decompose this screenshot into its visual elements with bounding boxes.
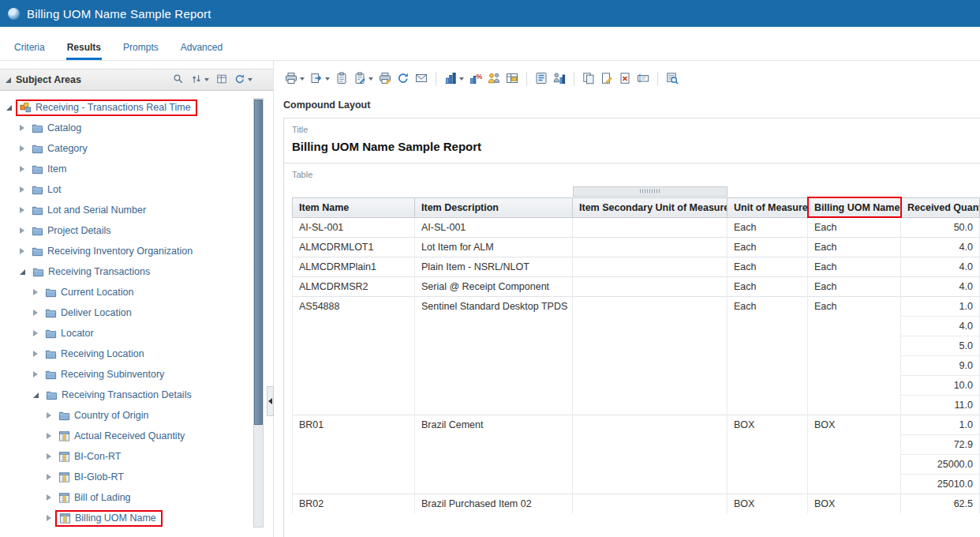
tree-item-label: BI-Glob-RT bbox=[74, 471, 124, 483]
expand-arrow-icon[interactable] bbox=[20, 248, 24, 254]
collapse-arrow-icon[interactable] bbox=[33, 392, 39, 398]
tree-item-label: Actual Received Quantity bbox=[74, 430, 185, 441]
column-header-billing-uom-name[interactable]: Billing UOM Name bbox=[808, 197, 901, 217]
tree-item-lot[interactable]: Lot bbox=[0, 179, 273, 200]
refresh-icon bbox=[397, 72, 410, 87]
column-drag-handle[interactable] bbox=[573, 186, 728, 197]
new-calculated-measure-button[interactable]: % bbox=[468, 70, 484, 88]
schedule-button[interactable] bbox=[334, 70, 350, 88]
tree-item-receiving-transactions[interactable]: Receiving Transactions bbox=[0, 261, 273, 282]
tree-item-bi-con-rt[interactable]: BI-Con-RT bbox=[0, 446, 273, 467]
rename-view-button[interactable] bbox=[635, 70, 651, 88]
column-header-item-name[interactable]: Item Name bbox=[293, 197, 415, 217]
expand-arrow-icon[interactable] bbox=[20, 145, 24, 152]
tab-criteria[interactable]: Criteria bbox=[13, 42, 46, 60]
expand-arrow-icon[interactable] bbox=[33, 351, 38, 357]
tree-item-bill-of-lading[interactable]: Bill of Lading bbox=[0, 487, 273, 508]
dropdown-arrow-icon[interactable] bbox=[204, 78, 209, 81]
panel-collapse-handle[interactable] bbox=[267, 386, 274, 416]
tree-item-receiving-transaction-details[interactable]: Receiving Transaction Details bbox=[0, 385, 273, 405]
import-formatting-button[interactable] bbox=[352, 70, 375, 88]
expand-arrow-icon[interactable] bbox=[20, 227, 24, 234]
duplicate-view-button[interactable] bbox=[581, 70, 597, 88]
tree-item-receiving-subinventory[interactable]: Receiving Subinventory bbox=[0, 364, 273, 385]
export-button[interactable] bbox=[309, 70, 331, 88]
cell-item-secondary-unit-of-measure bbox=[573, 276, 728, 296]
dropdown-arrow-icon[interactable] bbox=[248, 78, 252, 81]
sort-button[interactable] bbox=[189, 72, 211, 88]
tree-item-receiving-inventory-organization[interactable]: Receiving Inventory Organization bbox=[0, 241, 273, 261]
tree-item-lot-and-serial-number[interactable]: Lot and Serial Number bbox=[0, 200, 273, 220]
tree-item-current-location[interactable]: Current Location bbox=[0, 282, 273, 302]
print-button[interactable] bbox=[283, 70, 306, 88]
expand-arrow-icon[interactable] bbox=[33, 310, 38, 316]
tab-advanced[interactable]: Advanced bbox=[180, 42, 223, 60]
new-view-button[interactable] bbox=[443, 70, 466, 88]
cell-received-quantity: 4.0 bbox=[901, 276, 980, 296]
expand-arrow-icon[interactable] bbox=[33, 371, 38, 377]
tree-scrollbar[interactable] bbox=[253, 98, 264, 528]
refresh-button[interactable] bbox=[233, 72, 254, 88]
email-button[interactable] bbox=[413, 70, 429, 88]
column-header-received-quantity[interactable]: Received Quantity bbox=[901, 197, 980, 217]
expand-arrow-icon[interactable] bbox=[33, 330, 38, 336]
collapse-arrow-icon[interactable] bbox=[20, 269, 25, 275]
results-area: % Compound Layout Title Billing UOM Name… bbox=[274, 61, 980, 537]
dropdown-arrow-icon[interactable] bbox=[368, 77, 373, 81]
toolbar-separator bbox=[657, 72, 658, 86]
expand-arrow-icon[interactable] bbox=[47, 453, 51, 460]
cell-item-description bbox=[415, 316, 573, 336]
tree-item-catalog[interactable]: Catalog bbox=[0, 118, 273, 138]
new-calculated-item-button[interactable] bbox=[504, 70, 520, 88]
tab-prompts[interactable]: Prompts bbox=[122, 42, 159, 60]
column-header-item-description[interactable]: Item Description bbox=[415, 197, 573, 217]
tree-item-receiving-transactions-real-time[interactable]: Receiving - Transactions Real Time bbox=[0, 97, 273, 118]
tree-item-country-of-origin[interactable]: Country of Origin bbox=[0, 405, 273, 426]
tree-item-bi-glob-rt[interactable]: BI-Glob-RT bbox=[0, 467, 273, 487]
expand-arrow-icon[interactable] bbox=[20, 125, 24, 131]
dropdown-arrow-icon[interactable] bbox=[325, 77, 330, 81]
email-icon bbox=[415, 72, 428, 87]
collapse-arrow-icon[interactable] bbox=[6, 105, 12, 111]
cell-unit-of-measure: Each bbox=[728, 257, 808, 276]
expand-arrow-icon[interactable] bbox=[47, 433, 51, 439]
tree-item-project-details[interactable]: Project Details bbox=[0, 220, 273, 241]
expand-arrow-icon[interactable] bbox=[20, 207, 24, 213]
tree-item-label: Country of Origin bbox=[74, 410, 148, 421]
expand-arrow-icon[interactable] bbox=[47, 474, 51, 480]
sort-icon bbox=[191, 73, 202, 87]
search-button[interactable] bbox=[171, 72, 185, 88]
tree-item-actual-received-quantity[interactable]: Actual Received Quantity bbox=[0, 426, 273, 446]
cell-item-description: AI-SL-001 bbox=[415, 217, 573, 237]
column-header-unit-of-measure[interactable]: Unit of Measure bbox=[728, 197, 808, 217]
expand-arrow-icon[interactable] bbox=[20, 186, 24, 193]
print-options-button[interactable] bbox=[377, 70, 393, 88]
refresh-button[interactable] bbox=[395, 70, 411, 88]
preview-button[interactable] bbox=[664, 70, 680, 88]
tree-item-billing-uom-name[interactable]: Billing UOM Name bbox=[0, 508, 273, 528]
selection-steps-button[interactable] bbox=[552, 70, 567, 88]
dropdown-arrow-icon[interactable] bbox=[300, 77, 305, 81]
tree-item-locator[interactable]: Locator bbox=[0, 323, 273, 344]
column-header-item-secondary-unit-of-measure[interactable]: Item Secondary Unit of Measure bbox=[573, 197, 728, 217]
expand-arrow-icon[interactable] bbox=[47, 412, 51, 419]
new-group-button[interactable] bbox=[486, 70, 502, 88]
remove-view-button[interactable] bbox=[617, 70, 633, 88]
view-options-button[interactable] bbox=[215, 72, 229, 88]
edit-view-button[interactable] bbox=[599, 70, 615, 88]
tree-item-receiving-location[interactable]: Receiving Location bbox=[0, 344, 273, 364]
tree-item-category[interactable]: Category bbox=[0, 138, 273, 159]
tree-item-deliver-location[interactable]: Deliver Location bbox=[0, 302, 273, 323]
folder-icon bbox=[32, 184, 43, 196]
expand-arrow-icon[interactable] bbox=[20, 166, 24, 172]
panel-expand-arrow-icon[interactable] bbox=[6, 77, 11, 83]
expand-arrow-icon[interactable] bbox=[47, 494, 51, 501]
expand-arrow-icon[interactable] bbox=[33, 289, 38, 295]
tree-item-item[interactable]: Item bbox=[0, 159, 273, 179]
tree-scrollbar-thumb[interactable] bbox=[254, 100, 263, 425]
subject-areas-toolbar bbox=[171, 72, 267, 88]
dropdown-arrow-icon[interactable] bbox=[459, 77, 464, 81]
expand-arrow-icon[interactable] bbox=[47, 515, 51, 521]
tab-results[interactable]: Results bbox=[66, 42, 102, 60]
analysis-properties-button[interactable] bbox=[533, 70, 549, 88]
